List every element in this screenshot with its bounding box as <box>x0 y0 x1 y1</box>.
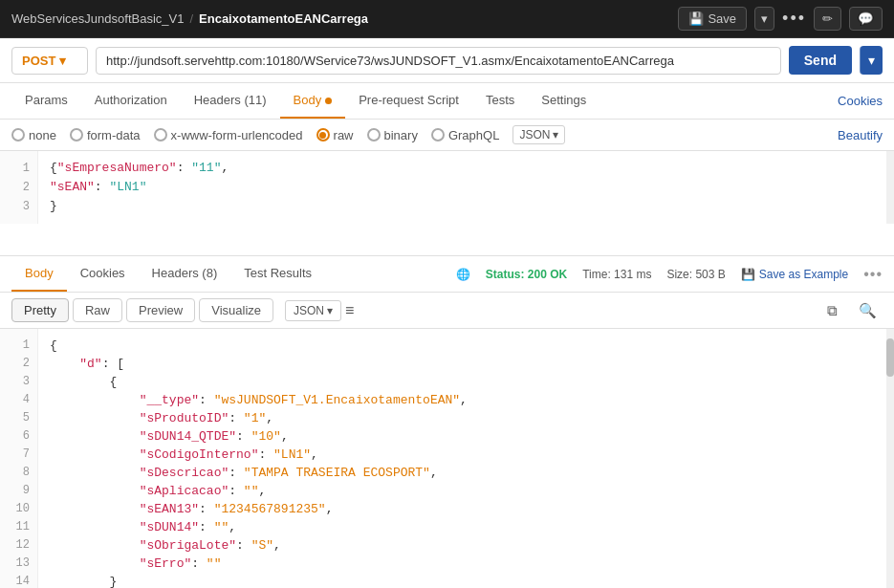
line-numbers: 123 <box>0 151 38 224</box>
method-label: POST <box>22 54 55 68</box>
response-format-options: Pretty Raw Preview Visualize JSON ▾ ≡ <box>11 298 354 322</box>
format-chevron-icon: ▾ <box>553 128 558 142</box>
response-body[interactable]: 12345678910111213141516 { "d": [ { "__ty… <box>0 329 894 588</box>
response-time: Time: 131 ms <box>582 268 651 281</box>
radio-graphql <box>431 128 445 142</box>
body-type-options: none form-data x-www-form-urlencoded raw… <box>11 125 565 144</box>
top-bar: WebServicesJundsoftBasic_V1 / Encaixotam… <box>0 0 894 38</box>
radio-none <box>11 128 25 142</box>
response-options-bar: Pretty Raw Preview Visualize JSON ▾ ≡ ⧉ … <box>0 293 894 329</box>
save-dropdown-button[interactable]: ▾ <box>754 7 774 31</box>
option-urlencoded[interactable]: x-www-form-urlencoded <box>154 128 303 142</box>
resp-tab-cookies[interactable]: Cookies <box>67 256 139 292</box>
edit-button[interactable]: ✏ <box>814 7 841 31</box>
resp-scrollbar[interactable] <box>886 329 894 588</box>
radio-urlencoded <box>154 128 167 142</box>
tab-body[interactable]: Body <box>280 83 346 119</box>
beautify-button[interactable]: Beautify <box>838 128 883 142</box>
radio-form-data <box>70 128 83 142</box>
url-bar: POST ▾ Send ▾ <box>0 38 894 83</box>
top-bar-actions: 💾 Save ▾ ••• ✏ 💬 <box>678 7 883 31</box>
tab-params[interactable]: Params <box>11 83 81 119</box>
response-content: 12345678910111213141516 { "d": [ { "__ty… <box>0 329 894 588</box>
code-editor[interactable]: {"sEmpresaNumero": "11", "sEAN": "LN1" } <box>38 151 886 224</box>
resp-copy-button[interactable]: ⧉ <box>821 300 843 321</box>
scrollbar-thumb <box>886 338 894 377</box>
tab-headers[interactable]: Headers (11) <box>181 83 280 119</box>
request-tabs: Params Authorization Headers (11) Body P… <box>0 83 894 120</box>
resp-action-buttons: ⧉ 🔍 <box>821 300 883 321</box>
resp-search-button[interactable]: 🔍 <box>853 300 883 321</box>
save-example-button[interactable]: 💾 Save as Example <box>741 268 848 281</box>
comment-button[interactable]: 💬 <box>849 7 883 31</box>
option-binary[interactable]: binary <box>367 128 418 142</box>
save-label: Save <box>708 11 736 26</box>
globe-icon: 🌐 <box>456 268 470 281</box>
project-name: WebServicesJundsoftBasic_V1 <box>11 11 184 26</box>
tab-tests[interactable]: Tests <box>472 83 528 119</box>
cookies-link[interactable]: Cookies <box>838 94 883 108</box>
radio-binary <box>367 128 381 142</box>
body-tab-dot <box>325 98 332 104</box>
save-example-icon: 💾 <box>741 268 755 281</box>
tab-authorization[interactable]: Authorization <box>81 83 181 119</box>
response-header: Body Cookies Headers (8) Test Results 🌐 … <box>0 256 894 293</box>
breadcrumb-separator: / <box>189 11 193 26</box>
resp-line-numbers: 12345678910111213141516 <box>0 329 38 588</box>
response-tabs: Body Cookies Headers (8) Test Results <box>11 256 325 292</box>
response-more-button[interactable]: ••• <box>863 266 883 283</box>
tab-pre-request[interactable]: Pre-request Script <box>345 83 472 119</box>
status-code: Status: 200 OK <box>486 268 567 281</box>
option-form-data[interactable]: form-data <box>70 128 141 142</box>
request-editor[interactable]: 123 {"sEmpresaNumero": "11", "sEAN": "LN… <box>0 151 894 256</box>
resp-format-preview[interactable]: Preview <box>126 298 195 322</box>
body-options-bar: none form-data x-www-form-urlencoded raw… <box>0 120 894 151</box>
breadcrumb: WebServicesJundsoftBasic_V1 / Encaixotam… <box>11 11 368 26</box>
resp-tab-headers[interactable]: Headers (8) <box>139 256 231 292</box>
resp-filter-button[interactable]: ≡ <box>345 302 354 319</box>
resp-tab-test-results[interactable]: Test Results <box>230 256 325 292</box>
response-status-bar: 🌐 Status: 200 OK Time: 131 ms Size: 503 … <box>456 266 883 283</box>
radio-raw <box>316 128 330 142</box>
editor-scrollbar[interactable] <box>886 151 894 224</box>
more-options-button[interactable]: ••• <box>782 9 806 29</box>
resp-type-chevron-icon: ▾ <box>327 304 333 317</box>
resp-tab-body[interactable]: Body <box>11 256 67 292</box>
resp-format-raw[interactable]: Raw <box>73 298 122 322</box>
option-none[interactable]: none <box>11 128 56 142</box>
method-select[interactable]: POST ▾ <box>11 47 88 75</box>
save-button[interactable]: 💾 Save <box>678 7 747 31</box>
response-code: { "d": [ { "__type": "wsJUNDSOFT_V1.Enca… <box>38 329 894 588</box>
tab-settings[interactable]: Settings <box>528 83 600 119</box>
option-graphql[interactable]: GraphQL <box>431 128 499 142</box>
method-chevron-icon: ▾ <box>59 54 66 68</box>
resp-type-select[interactable]: JSON ▾ <box>285 300 341 321</box>
send-button[interactable]: Send <box>789 46 852 75</box>
request-name: EncaixotamentoEANCarrega <box>199 11 368 26</box>
resp-format-visualize[interactable]: Visualize <box>199 298 273 322</box>
send-dropdown-button[interactable]: ▾ <box>860 46 883 75</box>
option-raw[interactable]: raw <box>316 128 354 142</box>
format-select[interactable]: JSON ▾ <box>512 125 565 144</box>
response-size: Size: 503 B <box>666 268 725 281</box>
editor-content: 123 {"sEmpresaNumero": "11", "sEAN": "LN… <box>0 151 894 224</box>
request-tabs-list: Params Authorization Headers (11) Body P… <box>11 83 600 119</box>
url-input[interactable] <box>96 47 781 75</box>
save-icon: 💾 <box>688 11 704 26</box>
resp-format-pretty[interactable]: Pretty <box>11 298 69 322</box>
